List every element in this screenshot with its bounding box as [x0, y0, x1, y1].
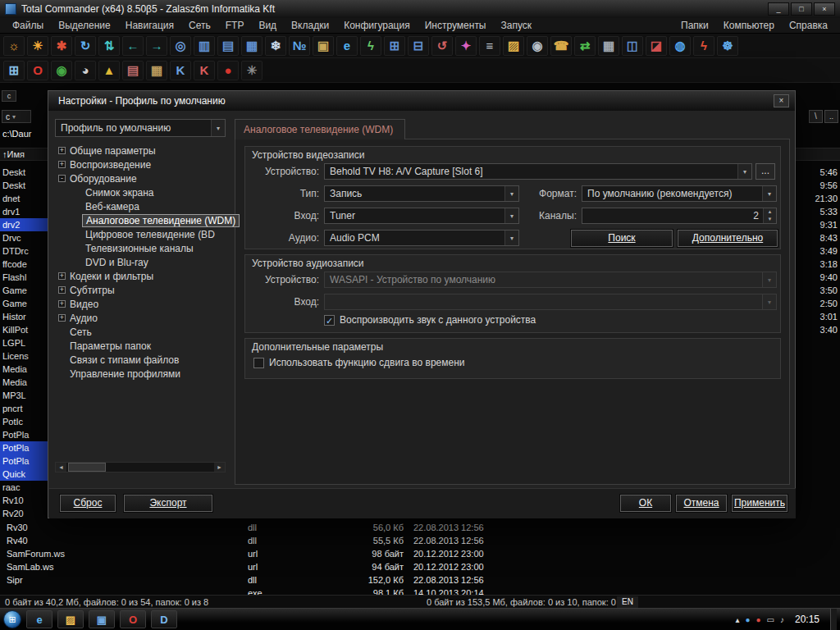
device-browse-button[interactable]: ...	[756, 163, 775, 180]
media-player-green-icon[interactable]: ◉	[51, 61, 72, 80]
file-row[interactable]: Rv10	[0, 494, 48, 507]
forward-icon[interactable]: →	[146, 36, 167, 56]
file-row[interactable]: Licens	[0, 349, 48, 363]
tree-item[interactable]: +Воспроизведение	[55, 158, 226, 171]
folder-icon[interactable]: ▨	[503, 36, 524, 56]
scroll-left-icon[interactable]: ◄	[56, 463, 66, 472]
reset-button[interactable]: Сброс	[60, 495, 116, 512]
sun-icon[interactable]: ☀	[27, 36, 48, 56]
copy-icon[interactable]: ⊞	[384, 36, 405, 56]
spin-up-icon[interactable]: ▲	[764, 208, 776, 216]
menu-item[interactable]: Справка	[782, 20, 835, 31]
webcam-icon[interactable]: ◕	[75, 61, 96, 80]
tree-item[interactable]: Цифровое телевидение (BD	[55, 227, 226, 241]
format-select[interactable]: По умолчанию (рекомендуется) ▾	[582, 185, 777, 202]
channels-spinner[interactable]: 2 ▲▼	[582, 208, 777, 224]
drive-button-c[interactable]: c	[2, 90, 16, 102]
tree-item[interactable]: Аналоговое телевидение (WDM)	[55, 213, 226, 227]
move-icon[interactable]: ⊟	[408, 36, 429, 56]
tree-expander-icon[interactable]: +	[58, 300, 66, 308]
scroll-right-icon[interactable]: ►	[214, 463, 225, 472]
tree-item[interactable]: +Видео	[55, 297, 226, 311]
file-row[interactable]: Drvc	[0, 231, 48, 244]
start-button[interactable]: ⊞	[3, 610, 21, 628]
input-select[interactable]: Tuner ▾	[324, 208, 519, 224]
menu-item[interactable]: Папки	[673, 20, 716, 31]
file-row[interactable]: Game	[0, 284, 48, 297]
phone-icon[interactable]: ☎	[550, 36, 572, 56]
connect-icon[interactable]: ϟ	[360, 36, 381, 56]
codec-pack-icon[interactable]: K	[194, 61, 215, 80]
taskbar-clock[interactable]: 20:15	[790, 614, 824, 625]
menu-item[interactable]: Конфигурация	[336, 20, 418, 31]
freeze-icon[interactable]: ❄	[265, 36, 286, 56]
menu-item[interactable]: FTP	[218, 20, 252, 31]
swap-panels-icon[interactable]: ⇅	[98, 36, 120, 56]
tree-expander-icon[interactable]: +	[58, 286, 66, 294]
file-row[interactable]: exe98,1 Кб14.10.2013 20:14	[0, 587, 840, 595]
search-button[interactable]: Поиск	[571, 230, 673, 247]
file-row[interactable]: Media	[0, 363, 48, 376]
show-desktop-button[interactable]	[830, 609, 837, 630]
file-row[interactable]: Siprdll152,0 Кб22.08.2013 12:56	[0, 573, 840, 587]
file-row[interactable]: drv2	[0, 218, 48, 231]
parent-dir-button[interactable]: ..	[824, 110, 838, 123]
refresh-icon[interactable]: ↻	[75, 36, 96, 56]
tree-item[interactable]: Веб-камера	[55, 199, 226, 213]
spin-down-icon[interactable]: ▼	[764, 216, 776, 223]
drive-select[interactable]: c ▾	[2, 110, 31, 123]
volume-icon[interactable]: ♪	[780, 615, 784, 624]
opera-icon[interactable]: O	[27, 61, 48, 80]
file-row[interactable]: Rv20	[0, 507, 48, 520]
root-dir-button[interactable]: \	[809, 110, 823, 123]
tree-hscrollbar[interactable]: ◄ ►	[55, 462, 226, 472]
sync-dirs-icon[interactable]: ⇄	[574, 36, 596, 56]
file-row[interactable]: PotIc	[0, 415, 48, 428]
profile-select[interactable]: Профиль по умолчанию ▾	[55, 119, 226, 137]
media-player-red-icon[interactable]: ●	[217, 61, 239, 80]
potplayer-taskbar-icon[interactable]: D	[151, 610, 177, 628]
undo-icon[interactable]: ↺	[431, 36, 453, 56]
tree-item[interactable]: Управление профилями	[55, 367, 226, 381]
tree-item[interactable]: +Субтитры	[55, 283, 226, 297]
file-row[interactable]: Histor	[0, 310, 48, 323]
tree-item[interactable]: Телевизионные каналы	[55, 241, 226, 255]
name-column-header[interactable]: ↑Имя	[2, 149, 25, 159]
file-row[interactable]: KillPot	[0, 323, 48, 336]
file-row[interactable]: drv1	[0, 205, 48, 218]
kmplayer-icon[interactable]: K	[170, 61, 191, 80]
menu-item[interactable]: Запуск	[494, 20, 540, 31]
minimize-button[interactable]: _	[768, 2, 789, 16]
file-row[interactable]: Rv30dll56,0 Кб22.08.2013 12:56	[0, 521, 840, 534]
warning-icon[interactable]: ▲	[98, 61, 120, 80]
package-icon[interactable]: ◪	[646, 36, 667, 56]
disc-icon[interactable]: ◉	[527, 36, 548, 56]
file-row[interactable]: Rv40dll55,5 Кб22.08.2013 12:56	[0, 534, 840, 547]
apply-button[interactable]: Применить	[732, 495, 788, 512]
ie-taskbar-icon[interactable]: e	[26, 610, 52, 628]
tree-item[interactable]: +Общие параметры	[55, 144, 226, 158]
file-row[interactable]: ffcode	[0, 258, 48, 271]
file-row[interactable]: pncrt	[0, 402, 48, 415]
cancel-button[interactable]: Отмена	[676, 495, 727, 512]
lightning-icon[interactable]: ϟ	[693, 36, 714, 56]
tree-expander-icon[interactable]: +	[58, 161, 66, 168]
numbering-icon[interactable]: №	[289, 36, 310, 56]
tree-item[interactable]: Снимок экрана	[55, 185, 226, 199]
clipboard-icon[interactable]: ▣	[313, 36, 334, 56]
horizontal-split-icon[interactable]: ▤	[217, 36, 239, 56]
vertical-split-icon[interactable]: ▥	[194, 36, 215, 56]
maximize-button[interactable]: □	[791, 2, 812, 16]
tree-item[interactable]: Связи с типами файлов	[55, 353, 226, 367]
tree-item[interactable]: Сеть	[55, 325, 226, 339]
tree-expander-icon[interactable]: +	[58, 314, 66, 322]
language-indicator[interactable]: EN	[617, 596, 638, 608]
close-button[interactable]: ×	[814, 2, 835, 16]
ok-button[interactable]: ОК	[620, 495, 671, 512]
current-path[interactable]: c:\Daur	[2, 129, 31, 139]
tray-blue-icon[interactable]: ●	[745, 615, 750, 624]
monitors-icon[interactable]: ◫	[622, 36, 643, 56]
menu-item[interactable]: Вкладки	[284, 20, 336, 31]
audio-format-select[interactable]: Audio PCM ▾	[324, 230, 519, 246]
apps-grid-icon[interactable]: ⊞	[3, 61, 25, 80]
